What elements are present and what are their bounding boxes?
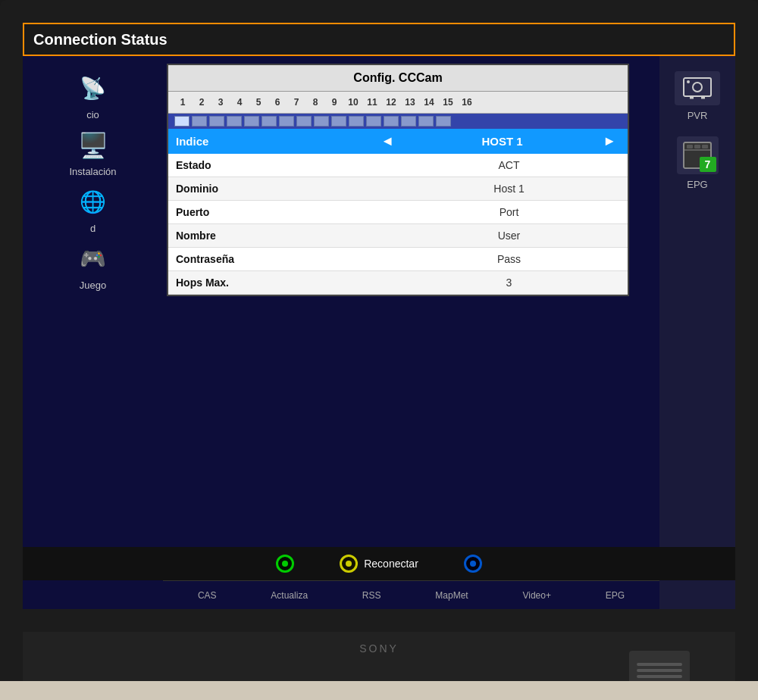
tab-5[interactable]: 5 <box>250 95 267 110</box>
globe-icon: 🌐 <box>72 185 114 219</box>
pvr-item[interactable]: PVR <box>675 71 720 121</box>
dot-12 <box>366 116 381 127</box>
sidebar-item-3[interactable]: 🎮 Juego <box>72 242 114 291</box>
puerto-value: Port <box>398 206 620 218</box>
remote-btn-reconectar: Reconectar <box>340 555 418 573</box>
config-row-estado[interactable]: Estado ACT <box>168 154 628 177</box>
tab-7[interactable]: 7 <box>288 95 305 110</box>
menu-mapmet[interactable]: MapMet <box>435 590 468 601</box>
right-sidebar: PVR 7 EPG <box>659 56 735 609</box>
hops-key: Hops Max. <box>176 277 398 289</box>
speaker-grill-3 <box>637 675 682 678</box>
puerto-key: Puerto <box>176 206 398 218</box>
config-row-puerto[interactable]: Puerto Port <box>168 201 628 224</box>
main-area: 📡 cio 🖥️ Instalación 🌐 d 🎮 Juego <box>23 56 735 609</box>
blue-button[interactable] <box>464 555 482 573</box>
menu-video[interactable]: Video+ <box>522 590 550 601</box>
reconectar-label: Reconectar <box>364 558 418 570</box>
svg-rect-8 <box>694 145 700 148</box>
sidebar-item-2[interactable]: 🌐 d <box>72 185 114 234</box>
config-row-dominio[interactable]: Dominio Host 1 <box>168 177 628 201</box>
tab-10[interactable]: 10 <box>345 95 362 110</box>
sidebar-item-0[interactable]: 📡 cio <box>72 71 114 120</box>
arrow-right-icon[interactable]: ► <box>599 133 620 149</box>
menu-rss[interactable]: RSS <box>362 590 381 601</box>
tv-outer: Connection Status 📡 cio 🖥️ Instalación <box>0 0 758 700</box>
dot-16 <box>436 116 451 127</box>
menu-actualiza[interactable]: Actualiza <box>271 590 308 601</box>
contrasena-value: Pass <box>398 253 620 265</box>
epg-icon: 7 <box>677 136 719 174</box>
pvr-icon <box>675 71 720 105</box>
tab-13[interactable]: 13 <box>402 95 418 110</box>
epg-label: EPG <box>687 179 707 190</box>
install-icon: 🖥️ <box>72 128 114 162</box>
contrasena-key: Contraseña <box>176 253 398 265</box>
green-button[interactable] <box>276 555 294 573</box>
svg-point-1 <box>693 83 702 92</box>
svg-point-4 <box>687 80 690 83</box>
satellite-icon: 📡 <box>72 71 114 105</box>
cccam-title: Config. CCCam <box>168 65 628 92</box>
indice-row[interactable]: Indice ◄ HOST 1 ► <box>168 129 628 154</box>
tv-screen: Connection Status 📡 cio 🖥️ Instalación <box>23 23 735 609</box>
hops-value: 3 <box>398 277 620 289</box>
svg-point-12 <box>470 561 476 567</box>
sidebar-label-0: cio <box>86 109 99 120</box>
tab-2[interactable]: 2 <box>193 95 210 110</box>
dot-9 <box>314 116 329 127</box>
sony-label: SONY <box>359 642 399 655</box>
tab-6[interactable]: 6 <box>269 95 286 110</box>
tab-12[interactable]: 12 <box>383 95 399 110</box>
pvr-label: PVR <box>688 110 708 121</box>
tab-15[interactable]: 15 <box>440 95 456 110</box>
dot-7 <box>279 116 294 127</box>
speaker-grill-1 <box>637 663 682 666</box>
estado-value: ACT <box>398 159 620 171</box>
dot-15 <box>418 116 434 127</box>
sidebar-label-1: Instalación <box>69 166 116 177</box>
indice-value: HOST 1 <box>406 135 599 148</box>
remote-btn-blue <box>464 555 482 573</box>
yellow-button[interactable] <box>340 555 358 573</box>
speaker-grill-2 <box>637 669 682 672</box>
center-panel: Config. CCCam 1 2 3 4 5 6 7 8 9 1 <box>163 56 659 609</box>
sidebar-label-3: Juego <box>80 280 106 291</box>
dominio-key: Dominio <box>176 183 398 195</box>
connection-status-bar: Connection Status <box>23 23 735 56</box>
tab-11[interactable]: 11 <box>364 95 381 110</box>
number-tabs: 1 2 3 4 5 6 7 8 9 10 11 12 13 <box>168 92 628 114</box>
dot-2 <box>192 116 207 127</box>
tab-9[interactable]: 9 <box>326 95 343 110</box>
tab-16[interactable]: 16 <box>459 95 475 110</box>
arrow-left-icon[interactable]: ◄ <box>369 133 406 149</box>
config-row-hops[interactable]: Hops Max. 3 <box>168 271 628 295</box>
tab-1[interactable]: 1 <box>174 95 191 110</box>
epg-item[interactable]: 7 EPG <box>677 136 719 190</box>
tab-8[interactable]: 8 <box>307 95 324 110</box>
config-row-nombre[interactable]: Nombre User <box>168 224 628 248</box>
menu-cas[interactable]: CAS <box>198 590 217 601</box>
nombre-key: Nombre <box>176 230 398 242</box>
dot-11 <box>349 116 364 127</box>
svg-point-10 <box>282 561 288 567</box>
cccam-dialog: Config. CCCam 1 2 3 4 5 6 7 8 9 1 <box>167 64 629 296</box>
dominio-value: Host 1 <box>398 183 620 195</box>
tab-4[interactable]: 4 <box>231 95 248 110</box>
tab-14[interactable]: 14 <box>421 95 437 110</box>
dot-10 <box>331 116 346 127</box>
estado-key: Estado <box>176 159 398 171</box>
svg-rect-7 <box>687 145 693 148</box>
dot-4 <box>227 116 242 127</box>
dot-6 <box>262 116 277 127</box>
tab-3[interactable]: 3 <box>212 95 229 110</box>
sidebar-item-1[interactable]: 🖥️ Instalación <box>69 128 116 177</box>
left-sidebar: 📡 cio 🖥️ Instalación 🌐 d 🎮 Juego <box>23 56 163 609</box>
config-row-contrasena[interactable]: Contraseña Pass <box>168 248 628 271</box>
game-icon: 🎮 <box>72 242 114 276</box>
menu-epg[interactable]: EPG <box>606 590 625 601</box>
dot-3 <box>209 116 224 127</box>
remote-btn-green <box>276 555 294 573</box>
dot-14 <box>401 116 416 127</box>
bottom-menu: CAS Actualiza RSS MapMet Video+ EPG <box>163 580 659 609</box>
